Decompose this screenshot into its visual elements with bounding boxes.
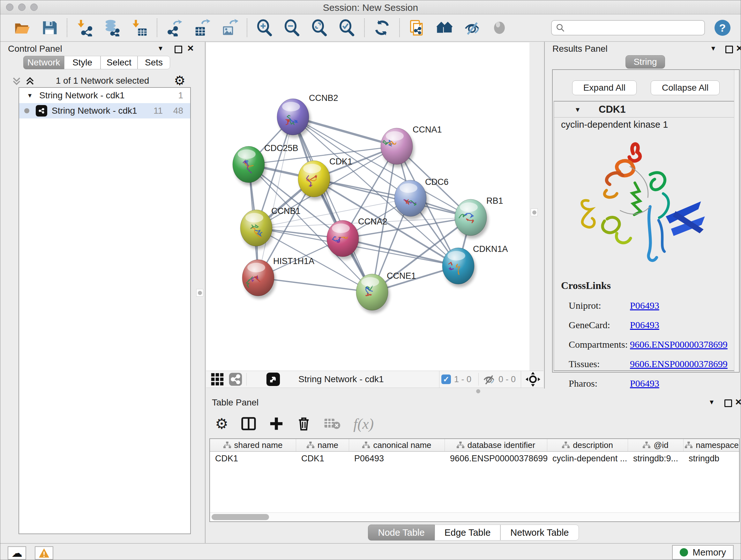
table-cell[interactable]: CDK1 bbox=[210, 452, 296, 465]
network-node-RB1: RB1 bbox=[455, 196, 503, 239]
selected-nodes-checkbox[interactable]: ✓ bbox=[441, 374, 451, 384]
column-header-shared-name[interactable]: shared name bbox=[210, 439, 296, 451]
panel-float-icon[interactable] bbox=[175, 46, 182, 53]
hide-selected-button[interactable] bbox=[463, 19, 481, 37]
crosslink-link[interactable]: 9606.ENSP00000378699 bbox=[630, 339, 728, 350]
table-cell[interactable]: CDK1 bbox=[296, 452, 349, 465]
table-cell[interactable]: 9606.ENSP00000378699 bbox=[445, 452, 547, 465]
tab-network[interactable]: Network bbox=[23, 56, 64, 69]
panel-menu-icon[interactable]: ▾ bbox=[158, 44, 162, 53]
network-collection-row[interactable]: ▾ String Network - cdk1 1 bbox=[19, 88, 190, 103]
table-horizontal-scrollbar[interactable] bbox=[210, 512, 739, 521]
copy-network-button[interactable] bbox=[408, 19, 426, 37]
results-splitter-handle[interactable] bbox=[531, 208, 538, 216]
control-panel: Control Panel ▾ × Network Style Select S… bbox=[0, 42, 205, 543]
results-panel-title: Results Panel bbox=[552, 44, 608, 54]
search-icon bbox=[556, 23, 565, 33]
network-row[interactable]: String Network - cdk1 11 48 bbox=[19, 103, 190, 118]
table-cell[interactable]: stringdb bbox=[684, 452, 740, 465]
column-header--id[interactable]: @id bbox=[628, 439, 684, 451]
birds-eye-view-button[interactable] bbox=[211, 373, 224, 386]
column-type-icon bbox=[562, 442, 569, 449]
string-home-button[interactable] bbox=[435, 19, 454, 37]
table-cell[interactable]: cyclin-dependent ... bbox=[547, 452, 628, 465]
panel-menu-icon[interactable]: ▾ bbox=[710, 397, 714, 407]
node-table[interactable]: shared namenamecanonical namedatabase id… bbox=[209, 438, 740, 522]
panel-close-icon[interactable]: × bbox=[736, 42, 741, 54]
network-options-gear-icon[interactable]: ⚙ bbox=[174, 73, 185, 88]
show-columns-icon[interactable] bbox=[241, 416, 256, 431]
svg-text:CDC25B: CDC25B bbox=[264, 143, 298, 153]
gene-collapse-icon[interactable]: ▾ bbox=[576, 105, 580, 114]
tab-style[interactable]: Style bbox=[64, 56, 100, 69]
delete-column-icon[interactable] bbox=[296, 416, 311, 431]
column-header-namespace[interactable]: namespace bbox=[684, 439, 740, 451]
create-column-icon[interactable] bbox=[269, 416, 284, 431]
tab-node-table[interactable]: Node Table bbox=[368, 524, 434, 541]
refresh-button[interactable] bbox=[373, 19, 391, 37]
search-input[interactable] bbox=[551, 20, 705, 36]
expand-all-button[interactable]: Expand All bbox=[572, 80, 636, 95]
column-header-description[interactable]: description bbox=[547, 439, 628, 451]
export-table-file-button[interactable] bbox=[193, 19, 211, 37]
gene-header-row[interactable]: ▾ CDK1 bbox=[554, 102, 738, 118]
fit-selected-button[interactable] bbox=[266, 372, 280, 387]
crosslink-link[interactable]: P06493 bbox=[630, 378, 659, 389]
crosslink-link[interactable]: 9606.ENSP00000378699 bbox=[630, 359, 728, 369]
graphics-details-button[interactable] bbox=[228, 372, 243, 386]
zoom-out-button[interactable] bbox=[283, 19, 301, 37]
open-folder-icon bbox=[13, 19, 30, 37]
column-header-name[interactable]: name bbox=[296, 439, 349, 451]
tab-sets[interactable]: Sets bbox=[138, 56, 170, 69]
network-view[interactable]: CCNB2CCNA1CDC25BCDK1CDC6RB1CCNB1CCNA2CDK… bbox=[206, 43, 529, 371]
export-network-file-button[interactable] bbox=[165, 19, 184, 37]
import-table-file-button[interactable] bbox=[131, 19, 148, 37]
results-scrollbar[interactable] bbox=[734, 70, 738, 372]
table-cell[interactable]: P06493 bbox=[349, 452, 445, 465]
table-row[interactable]: CDK1CDK1P064939606.ENSP00000378699cyclin… bbox=[210, 452, 739, 465]
cloud-status-button[interactable]: ☁ bbox=[8, 546, 26, 560]
import-network-file-button[interactable] bbox=[76, 19, 93, 37]
pan-mode-button[interactable] bbox=[526, 372, 540, 387]
tree-expander-icon[interactable]: ▾ bbox=[28, 91, 31, 100]
scrollbar-thumb[interactable] bbox=[212, 514, 269, 520]
collapse-all-button[interactable]: Collapse All bbox=[651, 80, 720, 95]
panel-float-icon[interactable] bbox=[724, 399, 732, 407]
table-cell[interactable]: stringdb:9... bbox=[628, 452, 684, 465]
help-button[interactable]: ? bbox=[715, 20, 731, 36]
window-title: Session: New Session bbox=[0, 2, 741, 13]
panel-close-icon[interactable]: × bbox=[187, 42, 194, 54]
export-network-icon bbox=[166, 19, 183, 37]
column-header-canonical-name[interactable]: canonical name bbox=[349, 439, 445, 451]
tab-network-table[interactable]: Network Table bbox=[500, 524, 579, 541]
crosslink-link[interactable]: P06493 bbox=[630, 300, 659, 311]
function-builder-icon[interactable]: f(x) bbox=[353, 415, 374, 432]
zoom-fit-button[interactable] bbox=[311, 19, 328, 37]
export-table-icon bbox=[193, 19, 211, 37]
zoom-in-button[interactable] bbox=[256, 19, 273, 37]
panel-float-icon[interactable] bbox=[725, 46, 733, 53]
import-network-database-button[interactable] bbox=[103, 19, 121, 37]
tab-edge-table[interactable]: Edge Table bbox=[434, 524, 501, 541]
splitter-knob[interactable] bbox=[476, 389, 480, 393]
svg-text:CCNB1: CCNB1 bbox=[271, 206, 300, 216]
zoom-selected-button[interactable] bbox=[338, 19, 356, 37]
show-all-button[interactable] bbox=[490, 19, 509, 37]
tab-select[interactable]: Select bbox=[100, 56, 138, 69]
houses-icon bbox=[436, 19, 453, 37]
warnings-button[interactable] bbox=[35, 546, 53, 560]
tab-string[interactable]: String bbox=[625, 55, 665, 69]
crosslink-link[interactable]: P06493 bbox=[630, 320, 659, 330]
panel-close-icon[interactable]: × bbox=[735, 395, 741, 408]
memory-button[interactable]: Memory bbox=[672, 545, 734, 560]
save-session-button[interactable] bbox=[41, 19, 58, 37]
export-image-file-button[interactable] bbox=[220, 19, 239, 37]
horizontal-splitter[interactable] bbox=[205, 388, 741, 394]
column-type-icon bbox=[643, 442, 650, 449]
delete-table-icon[interactable] bbox=[324, 417, 340, 430]
open-session-button[interactable] bbox=[13, 19, 31, 37]
table-options-gear-icon[interactable]: ⚙ bbox=[215, 415, 228, 432]
vertical-splitter-handle[interactable] bbox=[196, 289, 203, 297]
panel-menu-icon[interactable]: ▾ bbox=[711, 44, 715, 53]
column-header-database-identifier[interactable]: database identifier bbox=[445, 439, 547, 451]
